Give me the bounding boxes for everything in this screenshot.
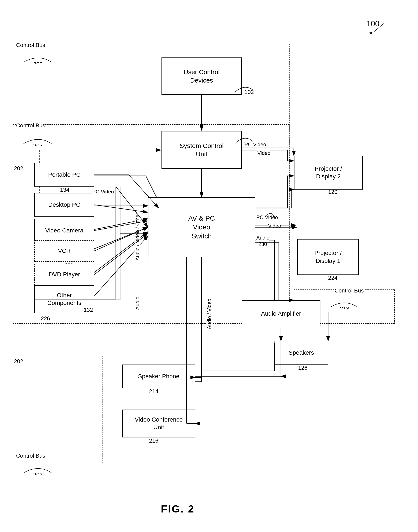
- diagram: 100 Control Bus 202 Control Bus 202 202 …: [0, 0, 418, 532]
- dvd-player-label: DVD Player: [49, 271, 80, 278]
- speaker-phone-label: Speaker Phone: [138, 372, 179, 380]
- audio-vertical-label: Audio: [134, 297, 140, 310]
- video-conf-box: Video ConferenceUnit: [122, 410, 195, 438]
- projector2-label: Projector /Display 2: [315, 165, 342, 181]
- audio-video-other-label: Audio / Video / Other: [134, 213, 140, 261]
- audio-out-label: Audio: [256, 235, 269, 241]
- audio-video-right-label: Audio / Video: [206, 299, 212, 329]
- other-components-label: OtherComponents: [47, 291, 81, 307]
- svg-text:218: 218: [340, 305, 349, 309]
- control-bus-mid-curve: 202: [22, 133, 54, 146]
- video-camera-box: Video Camera: [34, 219, 94, 242]
- system-control-unit-box: System ControlUnit: [162, 131, 242, 169]
- user-control-devices-box: User ControlDevices: [162, 58, 242, 95]
- control-bus-mid-label: Control Bus: [16, 122, 45, 129]
- svg-text:202: 202: [33, 142, 43, 146]
- svg-text:202: 202: [33, 61, 43, 64]
- control-bus-audio-label: Control Bus: [335, 287, 364, 294]
- ref-120: 120: [328, 189, 337, 195]
- svg-text:102: 102: [244, 89, 254, 94]
- ref-230: 230: [258, 241, 267, 247]
- ref-102-curve: 102: [234, 81, 255, 94]
- video-camera-label: Video Camera: [45, 227, 83, 234]
- ref-126: 126: [298, 365, 307, 371]
- pc-video-av-label: PC Video: [256, 214, 278, 220]
- ref-226: 226: [41, 315, 50, 322]
- ref-134: 134: [60, 186, 69, 193]
- ref-202-left: 202: [14, 165, 23, 172]
- pc-video-label-left: PC Video: [92, 189, 114, 195]
- ref-132: 132: [84, 307, 93, 313]
- svg-line-31: [371, 23, 384, 34]
- ref-224: 224: [328, 275, 337, 281]
- speakers-box: Speakers: [275, 341, 328, 365]
- control-bus-bottom-curve: 202: [22, 462, 54, 475]
- desktop-pc-label: Desktop PC: [48, 201, 80, 209]
- desktop-pc-box: Desktop PC: [34, 193, 94, 217]
- system-control-unit-label: System ControlUnit: [180, 141, 223, 158]
- figure-label: FIG. 2: [161, 503, 195, 515]
- control-bus-top-curve: 202: [22, 51, 54, 64]
- video-scu-label: Video: [257, 150, 270, 156]
- av-switch-label: AV & PCVideoSwitch: [188, 214, 215, 241]
- audio-amp-box: Audio Amplifier: [242, 300, 320, 327]
- portable-pc-box: Portable PC: [34, 163, 94, 186]
- dvd-player-box: DVD Player: [34, 264, 94, 285]
- av-switch-box: AV & PCVideoSwitch: [148, 197, 255, 257]
- projector1-box: Projector /Display 1: [297, 239, 359, 275]
- control-bus-top-label: Control Bus: [16, 42, 45, 48]
- control-bus-bottom-label: Control Bus: [16, 452, 45, 459]
- projector2-box: Projector /Display 2: [294, 156, 363, 190]
- user-control-devices-label: User ControlDevices: [184, 68, 220, 84]
- portable-pc-label: Portable PC: [48, 171, 81, 179]
- speaker-phone-box: Speaker Phone: [122, 365, 195, 388]
- ref-202-bottom-top: 202: [14, 358, 23, 365]
- video-conf-label: Video ConferenceUnit: [135, 416, 183, 431]
- vcr-box: VCR: [34, 240, 94, 262]
- projector1-label: Projector /Display 1: [314, 249, 342, 265]
- speakers-label: Speakers: [289, 349, 314, 357]
- video-av-label: Video: [268, 223, 281, 229]
- control-bus-audio-curve: 218: [330, 298, 358, 309]
- pc-video-scu-label: PC Video: [244, 141, 266, 148]
- vcr-label: VCR: [58, 247, 70, 255]
- ref-216: 216: [149, 438, 158, 444]
- svg-text:202: 202: [33, 472, 43, 475]
- ref-214: 214: [149, 388, 158, 395]
- ref-100-arrow: [364, 22, 390, 39]
- audio-amp-label: Audio Amplifier: [261, 310, 301, 318]
- control-bus-bottom-region: [13, 356, 103, 463]
